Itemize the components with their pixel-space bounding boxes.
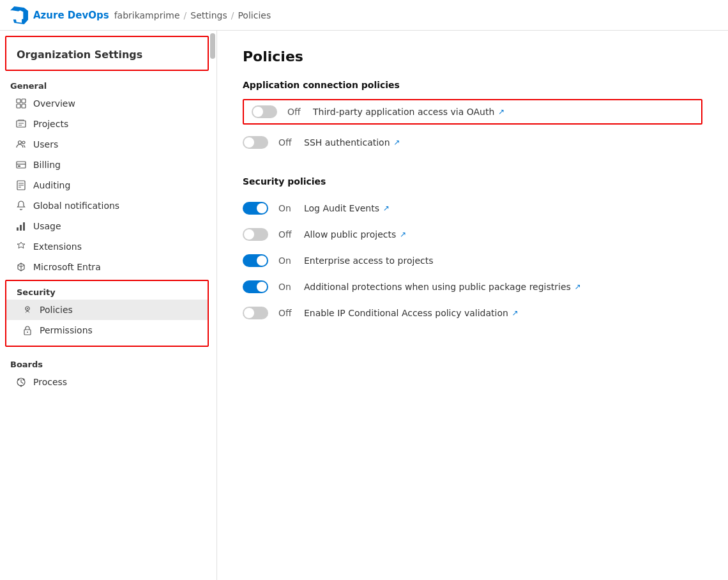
svg-point-24 (18, 379, 20, 381)
svg-point-7 (19, 141, 22, 144)
sidebar-item-projects[interactable]: Projects (0, 114, 216, 134)
toggle-thumb-enterprise-access (257, 256, 267, 266)
breadcrumb-sep1: / (184, 10, 187, 20)
sidebar-item-billing[interactable]: Billing (0, 155, 216, 175)
toggle-state-log-audit: On (278, 203, 294, 213)
toggle-thumb-package-registries (257, 282, 267, 292)
topbar: Azure DevOps fabrikamprime / Settings / … (0, 0, 728, 31)
sidebar-item-auditing[interactable]: Auditing (0, 175, 216, 195)
policy-name-package-registries: Additional protections when using public… (304, 282, 581, 292)
toggle-state-enterprise-access: On (278, 256, 294, 266)
policy-name-public-projects: Allow public projects ↗ (304, 229, 406, 240)
toggle-thumb-ssh (244, 137, 254, 148)
toggle-package-registries[interactable] (243, 280, 268, 293)
sidebar-item-label: Users (33, 139, 58, 149)
policy-name-ssh: SSH authentication ↗ (304, 137, 400, 148)
toggle-ssh[interactable] (243, 136, 268, 149)
policy-link-public-projects[interactable]: ↗ (400, 230, 406, 239)
policy-row-oauth: Off Third-party application access via O… (243, 99, 702, 125)
svg-rect-2 (17, 104, 20, 108)
scroll-indicator[interactable] (210, 33, 215, 59)
notification-icon (15, 200, 27, 211)
policy-row-log-audit: On Log Audit Events ↗ (243, 195, 702, 222)
breadcrumb-current: Policies (238, 10, 271, 20)
logo[interactable]: Azure DevOps (10, 6, 109, 24)
entra-icon (15, 261, 27, 273)
policy-link-package-registries[interactable]: ↗ (575, 282, 581, 291)
app-connection-policies-group: Off Third-party application access via O… (243, 99, 702, 156)
svg-point-8 (22, 141, 25, 144)
sidebar-section-security: Security (6, 286, 208, 300)
policy-name-log-audit: Log Audit Events ↗ (304, 203, 390, 213)
policy-row-enterprise-access: On Enterprise access to projects (243, 248, 702, 274)
policy-icon (22, 304, 33, 316)
policy-link-log-audit[interactable]: ↗ (383, 204, 390, 213)
sidebar-item-label: Billing (33, 160, 61, 170)
svg-rect-9 (17, 162, 26, 168)
toggle-state-oauth: Off (287, 107, 303, 117)
svg-point-25 (23, 379, 25, 381)
grid-icon (15, 98, 27, 109)
toggle-oauth[interactable] (252, 105, 277, 118)
policy-name-oauth: Third-party application access via OAuth… (313, 107, 504, 117)
usage-icon (15, 220, 27, 232)
toggle-state-package-registries: On (278, 282, 294, 292)
policy-name-enterprise-access: Enterprise access to projects (304, 256, 433, 266)
azure-devops-logo-icon (10, 6, 28, 24)
policy-row-ssh: Off SSH authentication ↗ (243, 130, 702, 156)
sidebar-item-users[interactable]: Users (0, 134, 216, 155)
sidebar-item-global-notifications[interactable]: Global notifications (0, 195, 216, 216)
main-content: Policies Application connection policies… (217, 31, 728, 580)
app-name[interactable]: Azure DevOps (33, 10, 109, 21)
security-policies-group: On Log Audit Events ↗ Off Allow public p… (243, 195, 702, 326)
toggle-ip-conditional[interactable] (243, 307, 268, 319)
svg-rect-0 (17, 99, 20, 103)
lock-icon (22, 324, 33, 336)
sidebar-item-extensions[interactable]: Extensions (0, 236, 216, 257)
policy-name-ip-conditional: Enable IP Conditional Access policy vali… (304, 308, 519, 318)
process-icon (15, 376, 27, 388)
sidebar-item-permissions[interactable]: Permissions (6, 320, 208, 340)
org-settings-header: Organization Settings (5, 36, 209, 71)
sidebar-item-overview[interactable]: Overview (0, 93, 216, 114)
svg-point-22 (27, 332, 28, 333)
toggle-state-public-projects: Off (278, 229, 294, 240)
toggle-thumb-oauth (253, 107, 263, 117)
svg-rect-1 (22, 99, 26, 103)
breadcrumb-settings[interactable]: Settings (190, 10, 227, 20)
extension-icon (15, 241, 27, 252)
page-title: Policies (243, 49, 702, 65)
billing-icon (15, 159, 27, 171)
sidebar-item-label: Global notifications (33, 201, 119, 211)
sidebar-item-policies[interactable]: Policies (6, 300, 208, 320)
toggle-enterprise-access[interactable] (243, 254, 268, 267)
toggle-thumb-ip-conditional (244, 308, 254, 318)
toggle-public-projects[interactable] (243, 228, 268, 241)
users-icon (15, 139, 27, 150)
sidebar-section-security-box: Security Policies (5, 280, 209, 347)
breadcrumb: fabrikamprime / Settings / Policies (114, 10, 271, 20)
sidebar-item-usage[interactable]: Usage (0, 216, 216, 236)
policy-link-ssh[interactable]: ↗ (394, 138, 400, 147)
toggle-thumb-log-audit (257, 203, 267, 213)
sidebar-item-label: Auditing (33, 180, 70, 190)
policy-link-oauth[interactable]: ↗ (498, 107, 504, 116)
sidebar-item-label: Overview (33, 98, 75, 109)
svg-point-20 (27, 308, 28, 309)
sidebar-item-process[interactable]: Process (0, 372, 216, 392)
toggle-state-ssh: Off (278, 137, 294, 148)
svg-rect-16 (17, 227, 19, 231)
auditing-icon (15, 179, 27, 191)
toggle-log-audit[interactable] (243, 202, 268, 215)
sidebar-item-label: Extensions (33, 241, 82, 252)
svg-rect-11 (18, 165, 20, 167)
toggle-thumb-public-projects (244, 229, 254, 240)
layout: Organization Settings General Overview (0, 31, 728, 580)
sidebar-item-label: Policies (40, 305, 73, 315)
sidebar: Organization Settings General Overview (0, 31, 217, 580)
breadcrumb-org[interactable]: fabrikamprime (114, 10, 180, 20)
policy-row-ip-conditional: Off Enable IP Conditional Access policy … (243, 300, 702, 326)
policy-link-ip-conditional[interactable]: ↗ (512, 309, 519, 317)
svg-rect-17 (20, 225, 22, 231)
sidebar-item-microsoft-entra[interactable]: Microsoft Entra (0, 257, 216, 277)
